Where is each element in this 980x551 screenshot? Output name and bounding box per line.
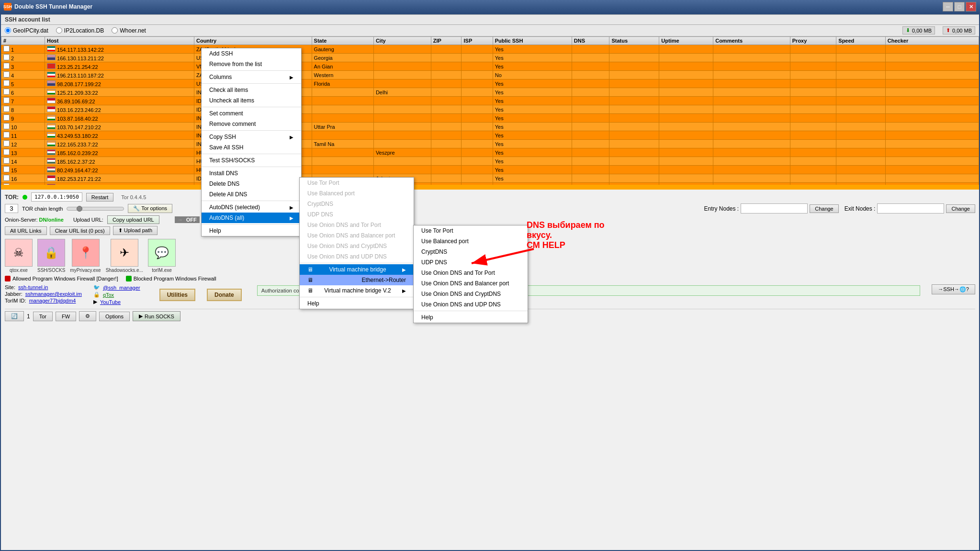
submenu1-onion-udp[interactable]: Use Onion DNS and UDP DNS (300, 251, 414, 262)
submenu1-udp-dns[interactable]: UDP DNS (300, 209, 414, 220)
exit-nodes-input[interactable] (877, 203, 944, 214)
menu-delete-dns[interactable]: Delete DNS (202, 179, 301, 189)
tor-options-button[interactable]: 🔧 Tor options (128, 204, 172, 213)
exit-nodes-change-button[interactable]: Change (946, 204, 975, 213)
submenu1-use-tor-port[interactable]: Use Tor Port (300, 178, 414, 188)
upload-path-button[interactable]: ⬆ Upload path (113, 226, 158, 235)
submenu1-use-balanced[interactable]: Use Balanced port (300, 188, 414, 199)
entry-nodes-input[interactable] (741, 203, 808, 214)
table-row[interactable]: 10 103.70.147.210:22 IN (India) Uttar Pr… (1, 123, 979, 131)
table-row[interactable]: 4 196.213.110.187:22 ZA (South Africa) W… (1, 71, 979, 79)
menu-help-1[interactable]: Help (202, 225, 301, 236)
utilities-button[interactable]: Utilities (159, 289, 195, 301)
geo-option-2[interactable]: IP2Location.DB (56, 27, 104, 34)
menu-remove-comment[interactable]: Remove comment (202, 119, 301, 129)
tor-restart-button[interactable]: Restart (86, 193, 113, 202)
submenu1-help[interactable]: Help (300, 298, 414, 309)
app-icon-myprivacy[interactable]: 📍 myPrivacy.exe (70, 239, 101, 273)
submenu2-use-balanced[interactable]: Use Balanced port (414, 236, 528, 247)
table-row[interactable]: 8 103.16.223.246:22 ID (Indonesia) Yes (1, 105, 979, 114)
app-icon-qtox[interactable]: ☠ qtox.exe (5, 239, 33, 273)
table-row[interactable]: 12 122.165.233.7:22 IN (India) Tamil Na … (1, 140, 979, 148)
submenu2-onion-crypt[interactable]: Use Onion DNS and CryptDNS (414, 289, 528, 299)
twitter-link[interactable]: @ssh_manager (103, 285, 140, 291)
submenu1-vm-bridge-v2[interactable]: 🖥 Virtual machine bridge V.2 ▶ (300, 285, 414, 296)
row-checkbox[interactable] (3, 97, 10, 103)
menu-uncheck-all[interactable]: Uncheck all items (202, 95, 301, 106)
row-checkbox[interactable] (3, 132, 10, 138)
submenu2-cryptdns[interactable]: CryptDNS (414, 247, 528, 257)
table-row[interactable]: 13 185.162.0.239:22 HU (Hungary) Veszpre… (1, 148, 979, 157)
table-row[interactable]: 9 103.87.168.40:22 IN (India) Yes (1, 114, 979, 123)
submenu1-cryptdns[interactable]: CryptDNS (300, 199, 414, 209)
submenu2-onion-tor[interactable]: Use Onion DNS and Tor Port (414, 268, 528, 278)
table-row[interactable]: 5 98.208.177.199:22 US (United States) F… (1, 79, 979, 88)
row-checkbox[interactable] (3, 123, 10, 129)
menu-delete-all-dns[interactable]: Delete All DNS (202, 189, 301, 200)
table-row[interactable]: 1 154.117.133.142:22 ZA (South Africa) G… (1, 45, 979, 54)
options-button[interactable]: Options (99, 312, 130, 321)
row-checkbox[interactable] (3, 140, 10, 146)
app-icon-shadowsocks[interactable]: ✈ Shadowsocks.e... (106, 239, 143, 273)
menu-install-dns[interactable]: Install DNS (202, 168, 301, 179)
refresh-button[interactable]: 🔄 (5, 311, 24, 321)
submenu1-vm-bridge[interactable]: 🖥 Virtual machine bridge ▶ (300, 264, 414, 275)
row-checkbox[interactable] (3, 54, 10, 60)
geo-option-3[interactable]: Whoer.net (112, 27, 146, 34)
fw-button[interactable]: FW (56, 312, 76, 321)
tor-bottom-button[interactable]: Tor (33, 312, 53, 321)
entry-nodes-change-button[interactable]: Change (810, 204, 839, 213)
submenu2-onion-balancer[interactable]: Use Onion DNS and Balancer port (414, 278, 528, 289)
row-checkbox[interactable] (3, 71, 10, 78)
submenu2-help[interactable]: Help (414, 312, 528, 323)
clear-url-list-button[interactable]: Clear URL list (0 pcs) (50, 226, 110, 235)
youtube-link[interactable]: YouTube (100, 299, 121, 305)
submenu1-ethernet-router[interactable]: 🖥 Ethernet->Router (300, 275, 414, 285)
table-row[interactable]: 15 80.249.164.47:22 HU (Hungary) Yes (1, 166, 979, 174)
menu-set-comment[interactable]: Set comment (202, 108, 301, 119)
table-row[interactable]: 17 182.253.113.67:22 ID (Indonesia) Jawa… (1, 183, 979, 185)
table-scroll[interactable]: # Host Country State City ZIP ISP Public… (1, 36, 979, 185)
copy-upload-url-button[interactable]: Copy upload URL (107, 215, 159, 224)
settings-button[interactable]: ⚙ (79, 311, 96, 321)
table-row[interactable]: 2 166.130.113.211:22 US (United States) … (1, 54, 979, 62)
row-checkbox[interactable] (3, 80, 10, 86)
submenu2-onion-udp[interactable]: Use Onion DNS and UDP DNS (414, 299, 528, 310)
table-row[interactable]: 6 125.21.209.33:22 IN (India) Delhi Yes (1, 88, 979, 97)
donate-button[interactable]: Donate (207, 289, 242, 301)
jabber-link[interactable]: sshmanager@exploit.im (25, 291, 82, 297)
menu-save-all-ssh[interactable]: Save All SSH (202, 142, 301, 153)
chain-length-input[interactable] (5, 204, 18, 213)
submenu2-udp-dns[interactable]: UDP DNS (414, 257, 528, 268)
submenu1-onion-crypt[interactable]: Use Onion DNS and CryptDNS (300, 241, 414, 251)
menu-test-ssh[interactable]: Test SSH/SOCKS (202, 155, 301, 166)
row-checkbox[interactable] (3, 183, 10, 185)
all-url-links-button[interactable]: All URL Links (5, 226, 47, 235)
table-row[interactable]: 11 43.249.53.180:22 IN (India) Yes (1, 131, 979, 140)
chain-slider[interactable] (67, 207, 124, 211)
menu-copy-ssh[interactable]: Copy SSH ▶ (202, 132, 301, 142)
geo-option-1[interactable]: GeoIPCity.dat (5, 27, 48, 34)
close-button[interactable]: ✕ (966, 2, 976, 11)
row-checkbox[interactable] (3, 175, 10, 181)
row-checkbox[interactable] (3, 149, 10, 155)
row-checkbox[interactable] (3, 166, 10, 172)
torim-link[interactable]: manager77bjdqdm4 (29, 298, 76, 304)
row-checkbox[interactable] (3, 106, 10, 112)
submenu2-use-tor-port[interactable]: Use Tor Port (414, 225, 528, 236)
row-checkbox[interactable] (3, 114, 10, 121)
row-checkbox[interactable] (3, 63, 10, 69)
menu-autodns-selected[interactable]: AutoDNS (selected) ▶ (202, 202, 301, 213)
table-row[interactable]: 14 185.162.2.37:22 HU (Hungary) Yes (1, 157, 979, 166)
table-row[interactable]: 3 123.25.21.254:22 VN (Vietnam) An Gian … (1, 62, 979, 71)
app-icon-torim[interactable]: 💬 torIM.exe (148, 239, 176, 273)
menu-remove-list[interactable]: Remove from the list (202, 59, 301, 69)
site-link[interactable]: ssh-tunnel.in (18, 284, 48, 290)
row-checkbox[interactable] (3, 157, 10, 164)
row-checkbox[interactable] (3, 45, 10, 52)
table-row[interactable]: 7 36.89.106.69:22 ID (Indonesia) Yes (1, 97, 979, 105)
submenu1-onion-balancer[interactable]: Use Onion DNS and Balancer port (300, 230, 414, 241)
row-checkbox[interactable] (3, 89, 10, 95)
qtox-social-link[interactable]: qTox (103, 292, 114, 298)
ssh-arrow-button[interactable]: →SSH→🌐? (932, 284, 975, 294)
